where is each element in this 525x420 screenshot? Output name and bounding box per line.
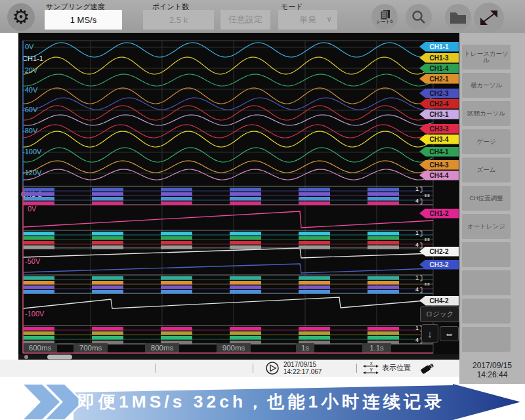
channel-tag-CH2-3[interactable]: CH2-3 — [419, 89, 459, 98]
channel-tag-CH1-4[interactable]: CH1-4 — [419, 64, 459, 74]
search-button[interactable] — [406, 4, 432, 30]
logic-block — [161, 290, 192, 294]
logic-block — [368, 327, 399, 331]
horizontal-scroll-button[interactable]: ⇔ — [440, 326, 459, 341]
logic-block — [299, 285, 330, 289]
logic-block — [368, 197, 399, 201]
logic-block — [23, 327, 54, 331]
logic-block — [230, 285, 261, 289]
channel-tag-CH2-4[interactable]: CH2-4 — [419, 99, 459, 109]
channel-tag-CH4-2[interactable]: CH4-2 — [419, 296, 459, 306]
channel-tag-CH1-3[interactable]: CH1-3 — [419, 53, 459, 63]
channel-tag-CH4-3[interactable]: CH4-3 — [419, 160, 459, 170]
sidebar-button-オートレンジ[interactable]: オートレンジ — [462, 214, 511, 239]
trace-CH1-4 — [23, 74, 432, 86]
clock-time: 14:26:44 — [459, 370, 525, 379]
logic-block — [230, 192, 261, 196]
fullscreen-button[interactable] — [474, 3, 504, 33]
channel-tag-CH4-1[interactable]: CH4-1 — [419, 147, 459, 157]
sidebar-button-トレースカーソル[interactable]: トレースカーソル — [462, 45, 511, 70]
time-label: 800ms — [151, 344, 174, 352]
logic-block — [161, 241, 192, 245]
gear-icon: ⚙ — [12, 7, 30, 27]
function-sidebar: 2017/09/15 14:26:44 トレースカーソル横カーソル区間カーソルゲ… — [459, 33, 525, 384]
sidebar-button-empty[interactable] — [462, 242, 511, 267]
channel-tag-CH3-3[interactable]: CH3-3 — [419, 124, 459, 134]
chevron-down-icon: ∨ — [326, 14, 332, 24]
logic-block — [161, 188, 192, 192]
time-label: 1.1s — [369, 344, 384, 352]
folder-button[interactable] — [445, 4, 471, 30]
logic-block — [92, 336, 123, 340]
logic-block — [368, 285, 399, 289]
settings-button[interactable]: ⚙ — [7, 3, 35, 31]
sampling-rate-field[interactable]: 1 MS/s — [45, 10, 122, 30]
h-scrollbar-thumb[interactable] — [47, 355, 72, 360]
logic-block — [368, 281, 399, 285]
marker-bracket — [420, 199, 422, 204]
axis-label: CH1-1 — [22, 54, 43, 62]
channel-tag-CH3-2[interactable]: CH3-2 — [419, 260, 459, 270]
logic-block — [299, 245, 330, 249]
record-datetime: 2017/09/15 14:22:17.067 — [284, 361, 322, 375]
point-count-field[interactable]: 2.5 k — [143, 10, 214, 30]
logic-block — [299, 241, 330, 245]
trace-CH4-1 — [23, 148, 432, 162]
usb-icon — [419, 360, 437, 376]
logic-block — [92, 327, 123, 331]
channel-tag-CH2-2[interactable]: CH2-2 — [419, 247, 459, 257]
channel-tag-CH2-1[interactable]: CH2-1 — [419, 74, 459, 84]
axis-label: 0V — [25, 43, 34, 51]
logic-block — [92, 236, 123, 240]
channel-tag-CH1-1[interactable]: CH1-1 — [419, 42, 459, 52]
sidebar-button-区間カーソル[interactable]: 区間カーソル — [462, 101, 511, 126]
logic-block — [23, 245, 54, 249]
mode-dropdown[interactable]: 単発 ∨ — [278, 10, 337, 30]
logic-block — [161, 336, 192, 340]
logic-block — [92, 188, 123, 192]
logic-block — [230, 241, 261, 245]
system-clock: 2017/09/15 14:26:44 — [459, 361, 525, 379]
sidebar-button-ズーム[interactable]: ズーム — [462, 158, 511, 182]
h-scrollbar-track[interactable] — [18, 354, 459, 360]
trace-CH4-3 — [23, 161, 432, 173]
expand-icon — [478, 7, 499, 28]
trace-CH2-4 — [23, 106, 432, 120]
waveform-plot: 0VCH1-1-20V-40V-60V-80V-100V-120VCH1-20V… — [18, 33, 459, 360]
marker-bracket — [420, 187, 422, 192]
arbitrary-setting-button[interactable]: 任意設定 — [220, 10, 270, 30]
channel-tag-CH3-1[interactable]: CH3-1 — [419, 110, 459, 119]
logic-block — [23, 331, 54, 335]
logic-marker-bottom: 4 — [415, 337, 419, 343]
marker-dot — [428, 194, 430, 197]
logic-block — [161, 331, 192, 335]
sidebar-button-empty[interactable] — [462, 299, 511, 324]
logic-block — [299, 281, 330, 285]
record-date: 2017/09/15 — [284, 361, 322, 368]
channel-tag-CH3-4[interactable]: CH3-4 — [419, 135, 459, 144]
logic-block — [161, 232, 192, 236]
logic-marker-bottom: 4 — [415, 242, 419, 248]
axis-label: -40V — [22, 86, 38, 94]
channel-tag-CH1-2[interactable]: CH1-2 — [419, 209, 459, 219]
sidebar-button-横カーソル[interactable]: 横カーソル — [462, 73, 511, 98]
sidebar-button-empty[interactable] — [462, 270, 511, 295]
logic-block — [299, 276, 330, 280]
logic-block — [23, 290, 54, 294]
logic-block — [161, 281, 192, 285]
sidebar-button-empty[interactable] — [462, 327, 511, 352]
logic-channel-button[interactable]: ロジック — [420, 306, 459, 322]
svg-text:y: y — [370, 367, 373, 372]
logic-block — [299, 197, 330, 201]
top-toolbar: ⚙ サンプリング速度 1 MS/s ポイント数 2.5 k 任意設定 モード 単… — [0, 0, 525, 33]
marker-dot — [428, 238, 430, 241]
logic-block — [299, 331, 330, 335]
channel-tag-CH4-4[interactable]: CH4-4 — [419, 171, 459, 180]
sheet-number-label: シート6 — [376, 18, 392, 25]
sidebar-button-ゲージ[interactable]: ゲージ — [462, 129, 511, 154]
marker-bracket — [420, 231, 422, 236]
sidebar-button-CH位置調整[interactable]: CH位置調整 — [462, 186, 511, 211]
sheet-button[interactable]: シート6 — [371, 4, 398, 30]
logic-move-button[interactable]: ↓ — [421, 324, 438, 343]
divider — [253, 364, 253, 373]
